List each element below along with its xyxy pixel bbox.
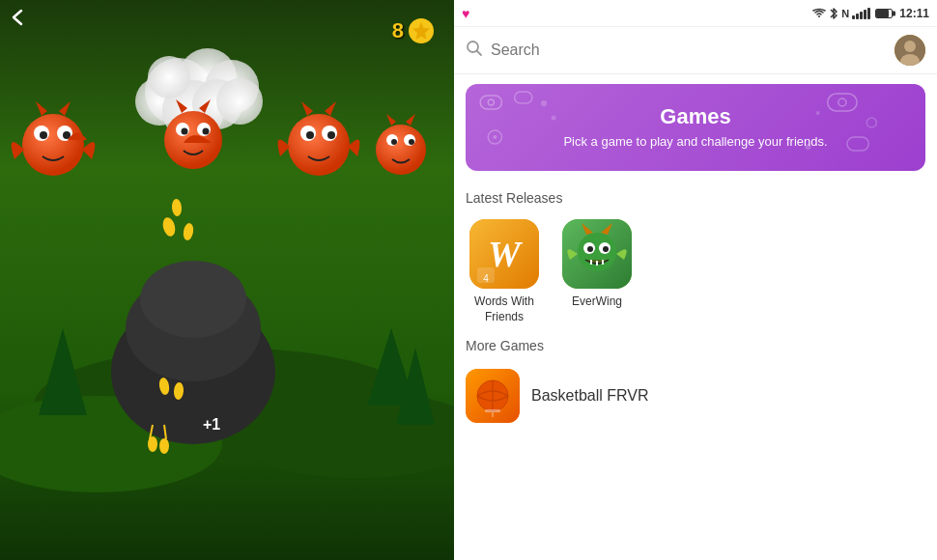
- svg-point-84: [603, 246, 609, 252]
- battery-icon: [875, 9, 893, 18]
- user-avatar[interactable]: [894, 35, 925, 66]
- svg-point-47: [161, 216, 178, 238]
- game-scene: +1: [0, 0, 454, 560]
- svg-point-29: [182, 128, 188, 135]
- score-value: 8: [392, 18, 404, 43]
- svg-point-30: [203, 128, 210, 135]
- svg-point-40: [376, 125, 426, 175]
- svg-point-7: [140, 261, 246, 338]
- svg-point-60: [904, 41, 916, 52]
- svg-point-43: [391, 139, 397, 145]
- game-screenshot-panel: 8: [0, 0, 454, 560]
- svg-text:+1: +1: [203, 416, 220, 433]
- words-with-friends-name: Words With Friends: [466, 294, 543, 324]
- basketball-frvr-icon: [466, 369, 520, 423]
- banner-title: Games: [485, 104, 906, 129]
- search-wrapper[interactable]: [466, 40, 885, 61]
- svg-point-17: [148, 56, 190, 98]
- svg-point-22: [40, 131, 47, 139]
- game-item-everwing[interactable]: EverWing: [558, 219, 636, 324]
- back-button[interactable]: [8, 8, 27, 33]
- svg-point-48: [183, 222, 195, 240]
- svg-text:4: 4: [483, 273, 489, 284]
- score-display: 8: [392, 17, 435, 44]
- latest-releases-section: Latest Releases: [454, 181, 937, 219]
- svg-point-33: [288, 114, 350, 176]
- svg-line-58: [477, 51, 482, 56]
- everwing-icon: [562, 219, 632, 289]
- svg-point-19: [22, 114, 84, 176]
- svg-point-44: [409, 139, 414, 145]
- messenger-heart-icon: ♥: [462, 6, 469, 21]
- search-icon: [466, 40, 483, 61]
- games-banner[interactable]: Games Pick a game to play and challenge …: [466, 84, 925, 171]
- status-left: ♥: [462, 6, 469, 21]
- svg-point-36: [306, 131, 314, 139]
- words-with-friends-icon: W 4: [469, 219, 539, 289]
- svg-marker-45: [386, 114, 396, 126]
- status-right: N 12:11: [812, 7, 929, 20]
- games-panel: ♥ N: [454, 0, 937, 560]
- svg-marker-39: [325, 101, 336, 116]
- svg-point-37: [327, 131, 335, 139]
- svg-point-54: [159, 438, 169, 454]
- latest-releases-title: Latest Releases: [466, 190, 925, 206]
- svg-marker-38: [301, 101, 313, 116]
- svg-point-83: [587, 246, 593, 252]
- more-games-title: More Games: [466, 338, 925, 353]
- everwing-name: EverWing: [572, 294, 622, 310]
- svg-rect-64: [515, 92, 532, 103]
- avatar-image: [894, 35, 925, 66]
- search-input[interactable]: [491, 42, 885, 59]
- svg-marker-24: [36, 101, 47, 116]
- banner-subtitle: Pick a game to play and challenge your f…: [485, 133, 906, 151]
- basketball-frvr-name: Basketball FRVR: [531, 387, 649, 405]
- latest-releases-grid: W 4 Words With Friends: [454, 219, 937, 334]
- status-time: 12:11: [899, 7, 929, 20]
- svg-rect-93: [485, 409, 500, 412]
- svg-marker-46: [406, 114, 415, 126]
- svg-marker-25: [59, 101, 71, 116]
- status-bar: ♥ N: [454, 0, 937, 27]
- wifi-icon: [812, 8, 826, 18]
- game-row-basketball[interactable]: Basketball FRVR: [466, 363, 925, 429]
- svg-point-18: [216, 78, 263, 125]
- nfc-icon: N: [841, 8, 849, 19]
- game-item-words-with-friends[interactable]: W 4 Words With Friends: [466, 219, 543, 324]
- bluetooth-icon: [829, 7, 838, 20]
- more-games-section: More Games: [454, 334, 937, 433]
- signal-icon: [852, 8, 870, 19]
- search-bar: [454, 27, 937, 74]
- svg-point-49: [171, 199, 183, 217]
- star-coin-icon: [408, 17, 435, 44]
- banner-content: Games Pick a game to play and challenge …: [485, 104, 906, 151]
